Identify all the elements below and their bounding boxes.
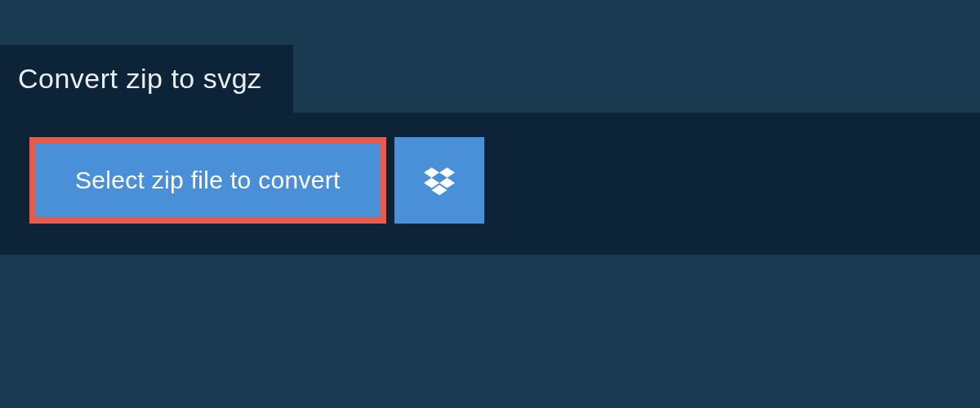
tab-header: Convert zip to svgz xyxy=(0,45,293,113)
dropbox-button[interactable] xyxy=(394,137,484,224)
content-panel: Select zip file to convert xyxy=(0,113,980,255)
page-title: Convert zip to svgz xyxy=(18,63,262,95)
button-row: Select zip file to convert xyxy=(29,137,951,224)
select-file-button[interactable]: Select zip file to convert xyxy=(36,144,380,217)
dropbox-icon xyxy=(424,165,455,196)
select-file-highlight: Select zip file to convert xyxy=(29,137,386,224)
